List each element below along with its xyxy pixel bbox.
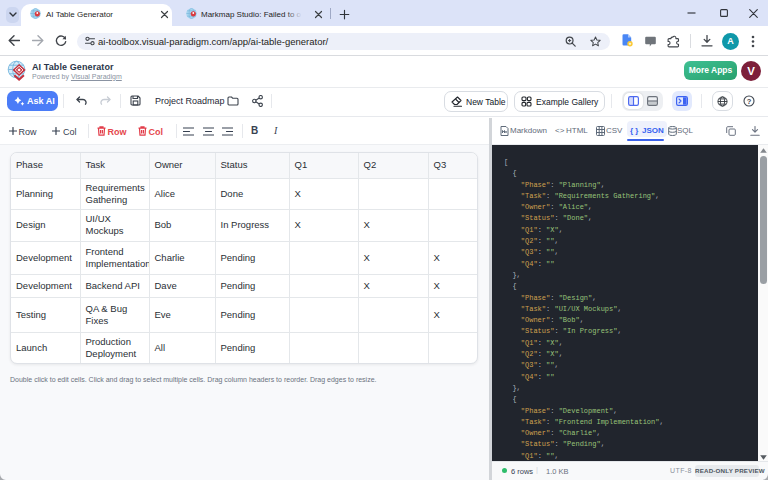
svg-text:?: ? <box>747 97 752 106</box>
